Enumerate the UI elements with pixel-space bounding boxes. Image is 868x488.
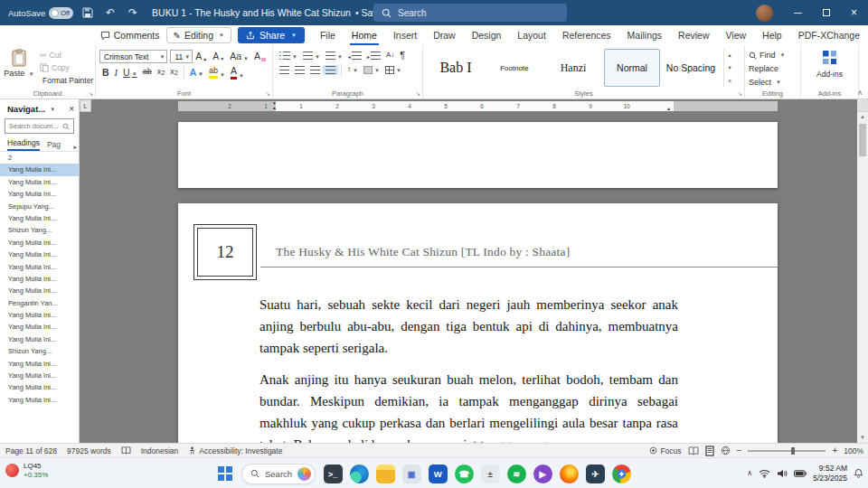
window-title[interactable]: BUKU 1 - The Husky and His White Cat Shi… (152, 7, 398, 18)
nav-heading-item[interactable]: Yang Mulia Ini... (0, 285, 79, 296)
taskbar-app-chrome[interactable] (609, 462, 633, 485)
taskbar-app-word[interactable]: W (426, 462, 449, 485)
line-spacing-button[interactable]: ↕▼ (344, 65, 361, 75)
replace-button[interactable]: Replace (749, 64, 797, 73)
taskbar-app-spotify[interactable]: ≋ (505, 462, 528, 485)
shrink-font-button[interactable]: A▼ (210, 51, 227, 63)
zoom-level[interactable]: 100% (844, 446, 863, 455)
bold-button[interactable]: B (99, 67, 112, 80)
styles-scroll-down-button[interactable]: ▼ (724, 61, 735, 74)
taskbar-app-edge[interactable] (347, 462, 371, 485)
tab-selector-button[interactable]: L (80, 99, 91, 112)
print-layout-button[interactable] (705, 446, 714, 456)
taskbar-app-terminal[interactable]: >_ (321, 462, 344, 485)
highlight-color-button[interactable]: ab▼ (206, 66, 228, 80)
tray-expand-chevron[interactable]: ∧ (747, 469, 752, 477)
show-formatting-marks-button[interactable]: ¶ (397, 50, 408, 62)
ribbon-tab[interactable]: Review (670, 25, 717, 45)
justify-button[interactable] (323, 65, 338, 75)
chevron-down-icon[interactable]: ▼ (50, 107, 55, 112)
scroll-down-arrow[interactable]: ▼ (860, 433, 865, 443)
font-dialog-launcher[interactable]: ↘ (265, 90, 270, 98)
ribbon-tab[interactable]: Draw (425, 25, 464, 45)
minimize-button[interactable]: ─ (784, 0, 812, 25)
chapter-title[interactable]: The Husky & His White Cat Shizun [TL Ind… (276, 245, 570, 259)
cut-button[interactable]: ✂Cut (40, 51, 91, 60)
ribbon-tab[interactable]: Insert (385, 25, 425, 45)
numbering-button[interactable]: ▼ (300, 51, 323, 61)
format-painter-button[interactable]: Format Painter (40, 76, 91, 85)
styles-scroll-up-button[interactable]: ▲ (724, 49, 735, 61)
nav-heading-item[interactable]: Yang Mulia Ini... (0, 273, 79, 285)
taskbar-app-media-player[interactable]: ▶ (531, 462, 554, 485)
ribbon-tab[interactable]: Mailings (619, 25, 671, 45)
ribbon-tab[interactable]: Home (344, 25, 385, 45)
nav-heading-item[interactable]: Sepupu Yang... (0, 201, 79, 212)
zoom-out-button[interactable]: − (737, 446, 742, 455)
nav-heading-item[interactable]: Yang Mulia Ini... (0, 164, 79, 175)
wifi-icon[interactable] (759, 469, 770, 478)
scroll-up-arrow[interactable]: ▲ (860, 112, 865, 122)
shading-button[interactable]: ▼ (361, 65, 382, 75)
titlebar-search-input[interactable]: Search (373, 4, 567, 22)
navigation-search-input[interactable]: Search docum... (5, 118, 74, 134)
styles-gallery-expand-button[interactable]: ≡ (724, 74, 735, 87)
language-indicator[interactable]: Indonesian (141, 446, 179, 455)
zoom-slider-thumb[interactable] (791, 447, 795, 455)
style-bab-i[interactable]: Bab I (428, 49, 484, 87)
focus-button[interactable]: Focus (649, 446, 681, 455)
style-no-spacing[interactable]: No Spacing (663, 49, 719, 87)
web-layout-button[interactable] (721, 446, 731, 455)
right-indent-marker[interactable]: ▲ (666, 107, 671, 111)
paragraph-dialog-launcher[interactable]: ↘ (415, 90, 420, 98)
taskbar-app-firefox[interactable] (557, 462, 580, 485)
change-case-button[interactable]: Aa▼ (227, 51, 251, 63)
copy-button[interactable]: Copy (40, 63, 91, 72)
close-navigation-button[interactable]: × (69, 104, 74, 114)
word-count[interactable]: 97925 words (67, 446, 111, 455)
zoom-slider[interactable] (748, 450, 826, 452)
nav-heading-item[interactable]: 2 (0, 152, 79, 164)
taskbar-app-telegram[interactable]: ✈ (583, 462, 607, 485)
find-button[interactable]: Find▼ (749, 51, 797, 60)
taskbar-clock[interactable]: 9:52 AM 5/23/2025 (813, 464, 847, 483)
select-button[interactable]: Select▼ (749, 78, 797, 87)
notifications-bell-icon[interactable] (854, 468, 863, 478)
proofing-button[interactable] (121, 446, 131, 455)
taskbar-app-calculator[interactable]: ± (478, 462, 502, 485)
text-effects-button[interactable]: A▼ (187, 67, 206, 80)
copilot-icon[interactable] (297, 467, 311, 481)
multilevel-list-button[interactable]: ▼ (323, 51, 345, 61)
strikethrough-button[interactable]: ab (140, 67, 155, 78)
increase-indent-button[interactable]: ▸ (364, 51, 383, 61)
nav-heading-item[interactable]: Yang Mulia Ini... (0, 249, 79, 260)
font-family-select[interactable]: Crimson Text▼ (99, 50, 167, 63)
save-button[interactable] (80, 4, 96, 22)
ruler-toggle-button[interactable] (857, 99, 868, 112)
redo-button[interactable]: ↷ (125, 4, 141, 22)
decrease-indent-button[interactable]: ◂ (345, 51, 364, 61)
nav-heading-item[interactable]: Yang Mulia Ini... (0, 188, 79, 200)
style-footnote[interactable]: Footnote (486, 49, 542, 87)
horizontal-ruler[interactable]: L 21 12345678910 ▼▲ ▲ (80, 99, 857, 112)
collapse-ribbon-button[interactable]: ∧ (857, 89, 863, 97)
accessibility-checker[interactable]: Accessibility: Investigate (188, 446, 282, 455)
nav-heading-item[interactable]: Pengantin Yan... (0, 297, 79, 309)
taskbar-app-photos[interactable]: ▣ (400, 462, 423, 485)
taskbar-app-file-explorer[interactable] (373, 462, 397, 485)
zoom-in-button[interactable]: + (832, 446, 837, 455)
vertical-scrollbar[interactable]: ▲ ▼ (857, 99, 868, 443)
ribbon-tab[interactable]: PDF-XChange (790, 25, 868, 45)
read-mode-button[interactable] (688, 446, 699, 455)
nav-heading-item[interactable]: Yang Mulia Ini... (0, 333, 79, 345)
nav-heading-item[interactable]: Yang Mulia Ini... (0, 309, 79, 321)
taskbar-search-input[interactable]: Search (241, 464, 316, 484)
start-button[interactable] (214, 462, 236, 485)
nav-heading-item[interactable]: Yang Mulia Ini... (0, 261, 79, 273)
nav-heading-item[interactable]: Shizun Yang... (0, 224, 79, 236)
comments-button[interactable]: Comments (100, 30, 160, 41)
paragraph[interactable]: Suatu hari, sebuah sekte kecil dari nege… (259, 294, 678, 359)
ribbon-tab[interactable]: Help (754, 25, 790, 45)
ribbon-tab[interactable]: Design (464, 25, 510, 45)
align-center-button[interactable] (292, 65, 307, 75)
